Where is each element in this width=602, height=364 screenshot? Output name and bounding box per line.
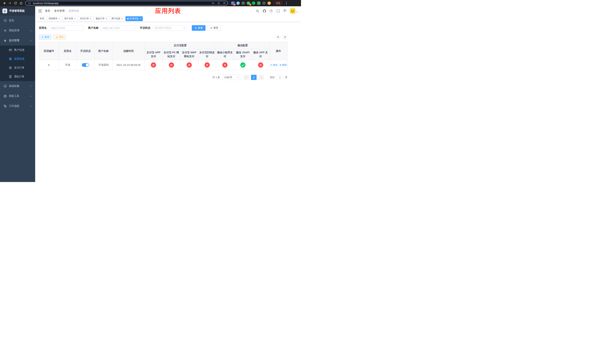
plus-icon [41, 36, 44, 38]
breadcrumb-payment[interactable]: 支付管理 [54, 9, 64, 13]
address-bar[interactable]: localhost:1024/pay/app [25, 1, 228, 6]
tab-label: 退款订单 [96, 17, 105, 20]
goto-page-input[interactable] [276, 75, 284, 80]
share-icon[interactable] [217, 1, 221, 5]
tab-label: 首页 [40, 17, 44, 20]
sidebar-item-label: 研发工具 [9, 95, 19, 98]
download-icon [56, 36, 58, 38]
header-search-button[interactable] [256, 9, 259, 13]
edit-link[interactable]: 修改 [270, 63, 278, 67]
close-icon[interactable]: × [106, 18, 107, 20]
pagination-total: 共 1 条 [213, 76, 220, 79]
tab-app-info[interactable]: 应用信息 × [126, 16, 143, 21]
sidebar-item-dev-tools[interactable]: 研发工具 [0, 91, 35, 101]
toolbox-icon [3, 95, 7, 98]
status-toggle[interactable] [82, 63, 89, 67]
page-number-button[interactable]: 1 [251, 75, 257, 80]
tab-flow-form[interactable]: 流程表单 × [47, 16, 62, 21]
app-logo[interactable]: 芋道管理系统 [0, 6, 35, 16]
tab-user-group[interactable]: 用户分组 × [63, 16, 77, 21]
sidebar-item-system[interactable]: 系统管理 [0, 26, 35, 36]
status-select[interactable]: 请选择开启状态 [152, 25, 187, 31]
browser-home-button[interactable] [19, 0, 24, 6]
font-size-button[interactable]: TT [283, 9, 287, 13]
tab-refund-order[interactable]: 退款订单 × [94, 16, 109, 21]
tab-pay-order[interactable]: 支付订单 × [78, 16, 93, 21]
merchant-name-input[interactable] [101, 25, 135, 31]
sidebar: 芋道管理系统 首页 系统管理 ¥ 支付管理 [0, 6, 35, 182]
reset-button[interactable]: 重置 [207, 25, 221, 31]
extension-icon[interactable]: 1 [247, 1, 250, 5]
extension-icon[interactable] [252, 1, 255, 5]
export-button[interactable]: 导出 [53, 34, 66, 40]
add-button-label: 新增 [45, 36, 49, 39]
password-key-icon[interactable] [211, 1, 215, 5]
user-menu[interactable] [290, 8, 298, 14]
help-button[interactable]: ? [269, 9, 273, 13]
search-icon [256, 10, 259, 13]
add-button[interactable]: 新增 [39, 34, 52, 40]
browser-update-button[interactable]: 更新 [274, 1, 283, 5]
github-link-button[interactable] [262, 9, 266, 13]
sidebar-item-infrastructure[interactable]: 基础设施 [0, 81, 35, 91]
prev-page-button[interactable] [244, 75, 249, 80]
tab-merchant-info[interactable]: 商户信息 × [110, 16, 125, 21]
sidebar-toggle-button[interactable] [38, 10, 42, 12]
sidebar-item-payment[interactable]: ¥ 支付管理 [0, 36, 35, 45]
next-page-button[interactable] [258, 75, 264, 80]
close-icon[interactable]: × [58, 18, 60, 20]
cell-operations: 修改 删除 [269, 60, 288, 70]
col-header-create-time: 创建时间 [113, 42, 145, 60]
close-icon[interactable]: × [74, 18, 76, 20]
browser-menu-button[interactable] [285, 2, 288, 4]
breadcrumb-home[interactable]: 首页 [45, 9, 50, 13]
col-header-alipay-pc: 支付宝 PC 网站支付 [162, 49, 180, 60]
config-status-icon [222, 62, 227, 68]
group-header-alipay: 支付宝配置 [145, 42, 216, 49]
search-button[interactable]: 搜索 [192, 25, 205, 31]
page-size-select[interactable]: 10条/页 [223, 75, 240, 80]
sidebar-item-merchant-info[interactable]: 商户信息 [0, 45, 35, 54]
extension-icon[interactable] [257, 1, 260, 5]
delete-link[interactable]: 删除 [279, 63, 287, 67]
edit-link-label: 修改 [273, 63, 278, 67]
main-area: 首页 / 支付管理 / 应用信息 应用列表 ? [35, 6, 301, 182]
table-toolbar-right [275, 34, 288, 40]
hide-search-button[interactable] [275, 34, 281, 40]
merchant-name-label: 商户名称 [88, 26, 98, 30]
browser-forward-button[interactable] [7, 0, 13, 6]
refresh-icon [284, 36, 286, 38]
payment-submenu: 商户信息 应用信息 支付订单 [0, 45, 35, 81]
sidebar-item-pay-order[interactable]: 支付订单 [0, 63, 35, 72]
close-icon[interactable]: × [90, 18, 91, 20]
fullscreen-button[interactable] [276, 9, 280, 13]
sidebar-item-home[interactable]: 首页 [0, 16, 35, 26]
browser-reload-button[interactable] [13, 0, 18, 6]
extension-icon[interactable]: 10 [231, 1, 235, 5]
refresh-table-button[interactable] [282, 34, 288, 40]
chevron-down-icon [30, 85, 32, 87]
app-name-input[interactable] [49, 25, 83, 31]
sidebar-item-workflow[interactable]: 工作流程 [0, 101, 35, 111]
sidebar-item-refund-order[interactable]: 退款订单 [0, 72, 35, 81]
browser-back-button[interactable] [2, 0, 7, 6]
extension-icon[interactable] [242, 1, 245, 5]
export-button-label: 导出 [59, 36, 64, 39]
config-status-icon [240, 62, 246, 68]
navbar-actions: ? TT [256, 8, 298, 14]
sidebar-item-app-info[interactable]: 应用信息 [0, 54, 35, 63]
delete-link-label: 删除 [282, 63, 287, 67]
col-header-operations: 操作 [269, 42, 288, 60]
bookmark-star-icon[interactable] [222, 1, 226, 5]
tab-home[interactable]: 首页 [38, 16, 46, 21]
content: 应用名 商户名称 开启状态 请选择开启状态 搜索 重置 [35, 22, 301, 182]
extension-icon[interactable] [236, 1, 240, 5]
chevron-down-icon [183, 28, 185, 29]
site-info-icon[interactable] [27, 1, 32, 5]
search-icon [277, 36, 279, 38]
close-icon[interactable]: × [140, 18, 141, 20]
close-icon[interactable]: × [121, 18, 123, 20]
extension-icon[interactable] [268, 1, 271, 5]
extension-puzzle-icon[interactable] [262, 1, 266, 5]
sidebar-item-label: 系统管理 [9, 29, 19, 32]
